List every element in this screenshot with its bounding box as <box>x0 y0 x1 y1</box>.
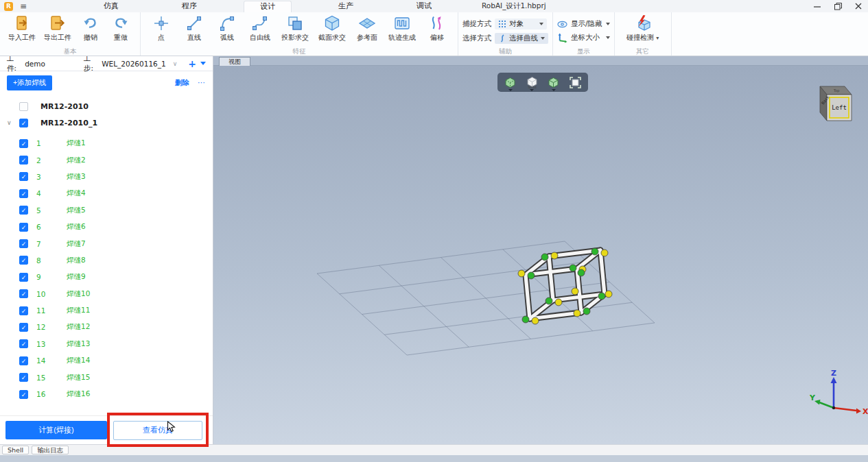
add-weld-button[interactable]: +添加焊线 <box>7 75 52 90</box>
axis-size-label: 坐标大小 <box>571 33 600 42</box>
weld-checkbox[interactable]: ✓ <box>19 339 28 348</box>
snap-mode-dropdown[interactable]: 对象 <box>495 19 547 29</box>
weld-checkbox[interactable]: ✓ <box>19 306 28 315</box>
weld-checkbox[interactable]: ✓ <box>19 390 28 399</box>
view-cube[interactable]: Left Back Top <box>809 84 856 126</box>
tab-simulation[interactable]: 仿真 <box>87 0 135 12</box>
weld-row[interactable]: ✓3焊缝3 <box>0 169 213 185</box>
freeline-button[interactable]: 自由线 <box>244 13 277 42</box>
weld-checkbox[interactable]: ✓ <box>19 139 28 148</box>
weld-row[interactable]: ✓1焊缝1 <box>0 135 213 151</box>
point-button[interactable]: 点 <box>145 13 178 42</box>
more-button[interactable]: ⋯ <box>198 78 206 87</box>
projection-intersect-icon <box>286 14 304 32</box>
weld-checkbox[interactable]: ✓ <box>19 172 28 181</box>
axis-size-dropdown[interactable]: 坐标大小 <box>557 33 610 43</box>
solid-label: Solid <box>528 84 536 88</box>
weld-row[interactable]: ✓11焊缝11 <box>0 302 213 319</box>
hamburger-menu-icon[interactable]: ≡ <box>20 0 27 12</box>
calc-weld-button[interactable]: 计算(焊接) <box>5 421 107 439</box>
panel-actions: +添加焊线 删除 ⋯ <box>0 71 213 94</box>
tab-view[interactable]: 视图 <box>219 57 250 66</box>
weld-checkbox[interactable]: ✓ <box>19 273 28 282</box>
weld-checkbox[interactable]: ✓ <box>19 323 28 332</box>
weld-checkbox[interactable]: ✓ <box>19 289 28 298</box>
reference-plane-button[interactable]: 参考面 <box>351 13 384 42</box>
axis-z-label: Z <box>831 369 836 378</box>
weld-row[interactable]: ✓8焊缝8 <box>0 252 213 269</box>
weld-row[interactable]: ✓6焊缝6 <box>0 219 213 235</box>
line-button[interactable]: 直线 <box>178 13 211 42</box>
trajectory-generate-button[interactable]: 轨迹生成 <box>384 13 421 42</box>
tab-output-log[interactable]: 输出日志 <box>32 446 69 454</box>
weld-number: 7 <box>36 240 57 248</box>
tab-production[interactable]: 生产 <box>322 0 370 12</box>
weld-checkbox[interactable]: ✓ <box>19 156 28 165</box>
viewport[interactable]: 视图 <box>213 56 868 444</box>
weld-row[interactable]: ✓10焊缝10 <box>0 286 213 302</box>
projection-intersect-button[interactable]: 投影求交 <box>277 13 314 42</box>
weld-row[interactable]: ✓14焊缝14 <box>0 352 213 369</box>
scene-3d[interactable]: Z X Y Solid <box>213 66 868 444</box>
undo-button[interactable]: 撤销 <box>75 13 106 42</box>
arc-button[interactable]: 弧线 <box>211 13 244 42</box>
window-title: RobAI_设计1.hbprj <box>482 1 546 11</box>
ribbon-group-feature: 点 直线 弧线 自由线 投影求交 截面求交 <box>141 12 458 56</box>
step-dropdown-chevron-icon[interactable]: ∨ <box>173 60 178 67</box>
offset-icon <box>428 14 446 32</box>
add-step-button[interactable]: + <box>188 58 196 69</box>
weld-checkbox[interactable]: ✓ <box>19 256 28 265</box>
frame-model[interactable] <box>518 248 612 324</box>
weld-row[interactable]: ✓9焊缝9 <box>0 269 213 285</box>
weld-group-row[interactable]: MR12-2010 <box>0 98 213 114</box>
weld-group-row[interactable]: ∨✓MR12-2010_1 <box>0 114 213 131</box>
import-workpiece-button[interactable]: 导入工件 <box>4 13 40 42</box>
weld-row[interactable]: ✓5焊缝5 <box>0 202 213 219</box>
show-hide-dropdown[interactable]: 显示/隐藏 <box>557 19 610 29</box>
minimize-button[interactable] <box>813 2 821 10</box>
tab-debug[interactable]: 调试 <box>400 0 448 12</box>
weld-checkbox[interactable]: ✓ <box>19 373 28 382</box>
delete-button[interactable]: 删除 <box>175 78 189 88</box>
view-simulation-button[interactable]: 查看仿真 <box>113 421 202 440</box>
weld-name: 焊缝8 <box>67 256 86 265</box>
offset-button[interactable]: 偏移 <box>421 13 454 42</box>
weld-row[interactable]: ✓15焊缝15 <box>0 369 213 385</box>
weld-checkbox[interactable]: ✓ <box>19 206 28 215</box>
weld-checkbox[interactable] <box>19 102 28 111</box>
weld-name: 焊缝4 <box>67 189 86 198</box>
shading-button[interactable] <box>546 73 562 91</box>
redo-button[interactable]: 重做 <box>106 13 136 42</box>
render-style-button[interactable]: Solid <box>524 73 540 91</box>
select-mode-label: 选择方式 <box>462 34 491 43</box>
weld-checkbox[interactable]: ✓ <box>19 119 28 127</box>
weld-row[interactable]: ✓2焊缝2 <box>0 151 213 168</box>
weld-row[interactable]: ✓7焊缝7 <box>0 235 213 252</box>
weld-row[interactable]: ✓13焊缝13 <box>0 336 213 352</box>
tab-design[interactable]: 设计 <box>244 1 292 12</box>
collision-detect-button[interactable]: 碰撞检测 ▾ <box>619 13 667 42</box>
fit-view-button[interactable] <box>567 73 583 91</box>
tab-program[interactable]: 程序 <box>165 0 213 12</box>
weld-checkbox[interactable]: ✓ <box>19 356 28 365</box>
section-intersect-icon <box>323 14 341 32</box>
select-mode-dropdown[interactable]: 选择曲线 <box>495 33 548 44</box>
reference-plane-icon <box>358 14 376 32</box>
view-mode-button[interactable] <box>502 73 519 91</box>
weld-checkbox[interactable]: ✓ <box>19 239 28 248</box>
step-menu-caret-icon[interactable] <box>200 62 206 65</box>
export-workpiece-button[interactable]: 导出工件 <box>40 13 75 42</box>
tab-shell[interactable]: Shell <box>2 446 29 454</box>
weld-row[interactable]: ✓16焊缝16 <box>0 386 213 402</box>
weld-row[interactable]: ✓4焊缝4 <box>0 185 213 202</box>
close-button[interactable] <box>854 2 863 10</box>
weld-row[interactable]: ✓12焊缝12 <box>0 319 213 335</box>
maximize-button[interactable] <box>834 2 842 10</box>
weld-checkbox[interactable]: ✓ <box>19 189 28 198</box>
main-menu-tabs: 仿真 程序 设计 生产 调试 <box>87 0 478 12</box>
button-label: 轨迹生成 <box>388 33 416 42</box>
section-intersect-button[interactable]: 截面求交 <box>314 13 351 42</box>
weld-checkbox[interactable]: ✓ <box>19 223 28 232</box>
weld-number: 2 <box>36 156 57 165</box>
expand-chevron-icon[interactable]: ∨ <box>7 119 19 126</box>
